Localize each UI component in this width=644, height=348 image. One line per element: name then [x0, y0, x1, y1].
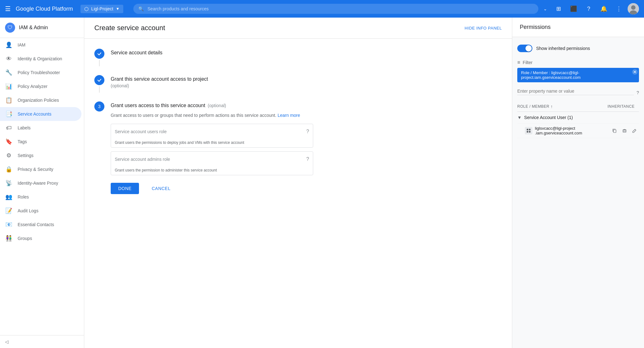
- sidebar-label-service-accounts: Service Accounts: [18, 111, 51, 117]
- sort-icon[interactable]: ↑: [551, 104, 553, 109]
- sidebar-item-org-policies[interactable]: 📋 Organization Policies: [0, 93, 81, 107]
- edit-member-button[interactable]: [630, 126, 639, 135]
- sidebar-item-privacy-security[interactable]: 🔒 Privacy & Security: [0, 162, 81, 176]
- sidebar-item-labels[interactable]: 🏷 Labels: [0, 121, 81, 135]
- avatar[interactable]: [628, 3, 639, 14]
- copy-member-button[interactable]: [610, 126, 619, 135]
- nav-actions: ⊞ ⬛ ? 🔔 ⋮: [552, 3, 639, 15]
- sidebar-nav: 👤 IAM 👁 Identity & Organization 🔧 Policy…: [0, 38, 84, 335]
- project-selector[interactable]: ⬡ Ligl-Project ▼: [80, 5, 123, 13]
- top-nav: ☰ Google Cloud Platform ⬡ Ligl-Project ▼…: [0, 0, 644, 18]
- admins-role-label: Service account admins role: [115, 157, 306, 162]
- sidebar-collapse-button[interactable]: ◁: [0, 335, 84, 348]
- sidebar: 🛡 IAM & Admin 👤 IAM 👁 Identity & Organiz…: [0, 18, 84, 348]
- filter-input[interactable]: [517, 87, 634, 95]
- step-1-content: Service account details: [111, 49, 313, 68]
- step-2-content: Grant this service account access to pro…: [111, 75, 313, 94]
- cloud-shell-icon[interactable]: ⬛: [567, 3, 580, 15]
- identity-aware-proxy-icon: 📡: [5, 179, 13, 187]
- step-3-title: Grant users access to this service accou…: [111, 103, 205, 108]
- step-1-title: Service account details: [111, 50, 313, 56]
- panel-body: Show inherited permissions ≡ Filter Role…: [512, 37, 644, 143]
- sidebar-item-identity-aware-proxy[interactable]: 📡 Identity-Aware Proxy: [0, 176, 81, 190]
- sidebar-item-settings[interactable]: ⚙ Settings: [0, 149, 81, 162]
- inherited-permissions-toggle-row: Show inherited permissions: [517, 42, 639, 55]
- search-bar[interactable]: 🔍: [133, 4, 538, 14]
- policy-troubleshooter-icon: 🔧: [5, 69, 13, 76]
- step-3-circle: 3: [94, 101, 104, 111]
- app-layout: 🛡 IAM & Admin 👤 IAM 👁 Identity & Organiz…: [0, 18, 644, 348]
- admins-role-field[interactable]: Service account admins role ? Grant user…: [111, 151, 313, 175]
- sidebar-label-groups: Groups: [18, 236, 32, 241]
- project-arrow-icon: ▼: [116, 7, 119, 11]
- admins-role-help-icon[interactable]: ?: [306, 156, 309, 162]
- step-2-line: [99, 86, 100, 93]
- users-role-help-icon[interactable]: ?: [306, 129, 309, 134]
- essential-contacts-icon: 📧: [5, 221, 13, 228]
- svg-rect-3: [527, 129, 528, 130]
- collapse-icon: ◁: [5, 339, 8, 344]
- apps-icon[interactable]: ⊞: [552, 3, 565, 15]
- right-panel: Permissions Show inherited permissions ≡…: [512, 18, 644, 348]
- search-input[interactable]: [147, 6, 533, 11]
- sidebar-item-groups[interactable]: 👫 Groups: [0, 231, 81, 245]
- sidebar-item-essential-contacts[interactable]: 📧 Essential Contacts: [0, 218, 81, 231]
- identity-icon: 👁: [5, 55, 13, 63]
- inherited-permissions-toggle[interactable]: [517, 45, 532, 52]
- expand-icon[interactable]: ⌄: [543, 6, 547, 11]
- help-icon[interactable]: ?: [582, 3, 595, 15]
- filter-area: ≡ Filter Role / Member : liglsvcacc@ligl…: [517, 60, 639, 98]
- sidebar-item-policy-analyzer[interactable]: 📊 Policy Analyzer: [0, 79, 81, 93]
- filter-label: Filter: [523, 60, 532, 65]
- users-role-field[interactable]: Service account users role ? Grant users…: [111, 124, 313, 148]
- table-header: Role / Member ↑ Inheritance: [517, 101, 639, 112]
- step-3-indicator: 3: [94, 101, 104, 194]
- sidebar-item-identity[interactable]: 👁 Identity & Organization: [0, 52, 81, 66]
- done-button[interactable]: DONE: [111, 183, 139, 194]
- step-3: 3 Grant users access to this service acc…: [94, 101, 313, 194]
- tags-icon: 🔖: [5, 138, 13, 145]
- panel-title: Permissions: [520, 24, 636, 30]
- filter-row: ≡ Filter: [517, 60, 639, 65]
- page-title: Create service account: [94, 24, 165, 32]
- sidebar-item-service-accounts[interactable]: 📑 Service Accounts: [0, 107, 81, 121]
- sidebar-item-roles[interactable]: 👥 Roles: [0, 190, 81, 204]
- sidebar-label-policy-analyzer: Policy Analyzer: [18, 84, 47, 89]
- project-icon: ⬡: [84, 6, 89, 12]
- sidebar-item-policy-troubleshooter[interactable]: 🔧 Policy Troubleshooter: [0, 66, 81, 79]
- filter-help-icon[interactable]: ?: [636, 90, 639, 95]
- app-logo: Google Cloud Platform: [16, 6, 73, 12]
- group-expand-icon[interactable]: ▼: [517, 115, 522, 120]
- sidebar-label-tags: Tags: [18, 139, 27, 144]
- groups-icon: 👫: [5, 235, 13, 242]
- iam-icon: 👤: [5, 41, 13, 49]
- step-2-title: Grant this service account access to pro…: [111, 76, 313, 82]
- users-role-hint: Grant users the permissions to deploy jo…: [115, 139, 309, 147]
- svg-rect-4: [529, 129, 530, 130]
- cancel-button[interactable]: CANCEL: [144, 183, 178, 194]
- svg-point-1: [631, 5, 636, 10]
- panel-header: Permissions: [512, 18, 644, 37]
- more-options-icon[interactable]: ⋮: [613, 3, 625, 15]
- delete-member-button[interactable]: [620, 126, 629, 135]
- hamburger-icon[interactable]: ☰: [5, 5, 11, 13]
- main-content: Create service account HIDE INFO PANEL S…: [84, 18, 512, 348]
- service-accounts-icon: 📑: [5, 110, 13, 118]
- form-area: Service account details Grant this servi…: [84, 39, 323, 212]
- notifications-icon[interactable]: 🔔: [597, 3, 610, 15]
- member-email-line1: liglsvcacc@ligl-project: [535, 126, 610, 131]
- learn-more-link[interactable]: Learn more: [278, 113, 300, 118]
- step-2: Grant this service account access to pro…: [94, 75, 313, 94]
- roles-icon: 👥: [5, 193, 13, 201]
- sidebar-label-audit-logs: Audit Logs: [18, 208, 38, 213]
- filter-tooltip: Role / Member : liglsvcacc@ligl-project.…: [517, 68, 639, 82]
- step-1-circle: [94, 49, 104, 59]
- users-role-label: Service account users role: [115, 129, 306, 134]
- sidebar-item-iam[interactable]: 👤 IAM: [0, 38, 81, 52]
- hide-panel-button[interactable]: HIDE INFO PANEL: [464, 26, 502, 30]
- sidebar-label-identity: Identity & Organization: [18, 56, 62, 61]
- col-role-member: Role / Member ↑: [517, 104, 608, 109]
- sidebar-item-audit-logs[interactable]: 📝 Audit Logs: [0, 204, 81, 218]
- sidebar-item-tags[interactable]: 🔖 Tags: [0, 135, 81, 149]
- tooltip-close-button[interactable]: ✕: [632, 69, 638, 75]
